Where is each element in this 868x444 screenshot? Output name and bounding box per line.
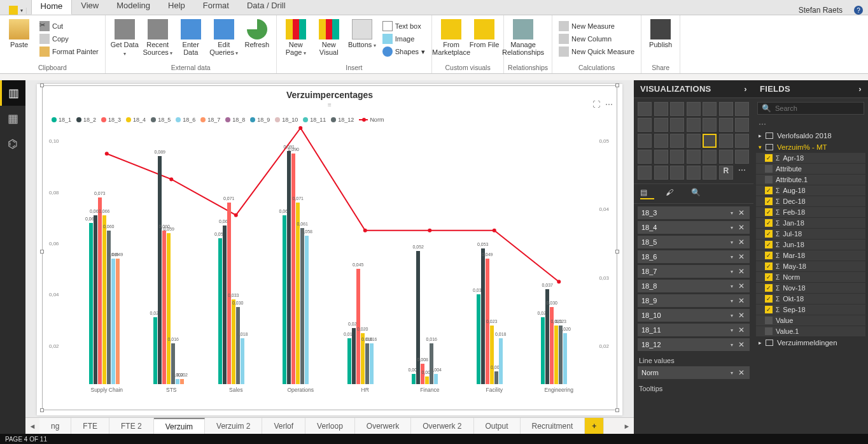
page-tab[interactable]: Verzuim 2 <box>205 418 262 434</box>
bar[interactable]: 0,057 <box>218 238 222 384</box>
field-row[interactable]: ✓ΣNorm <box>756 272 865 282</box>
viz-type-icon[interactable] <box>654 118 668 132</box>
field-checkbox[interactable]: ✓ <box>765 176 773 183</box>
field-row[interactable]: ✓ΣJul-18 <box>756 229 865 239</box>
page-tab[interactable]: Verloop <box>305 418 355 434</box>
viz-type-icon[interactable] <box>687 102 701 116</box>
field-row[interactable]: ✓ΣDec-18 <box>756 196 865 206</box>
bar[interactable]: 0,073 <box>98 197 102 384</box>
bar[interactable]: 0,033 <box>232 299 235 384</box>
bar[interactable]: 0,023 <box>490 326 494 384</box>
bar[interactable]: 0,023 <box>559 326 563 384</box>
bar[interactable]: 0,071 <box>296 203 300 384</box>
page-tab[interactable]: Verzuim <box>154 418 205 434</box>
viz-type-icon[interactable] <box>687 134 701 148</box>
paste-button[interactable]: Paste <box>4 17 34 48</box>
legend-item[interactable]: 18_3 <box>101 117 121 123</box>
bar[interactable]: 0,018 <box>347 338 351 384</box>
viz-type-icon[interactable] <box>670 166 684 180</box>
recent-sources-button[interactable]: Recent Sources ▾ <box>143 17 173 57</box>
page-tab[interactable]: Output <box>474 418 521 434</box>
qat-dropdown-icon[interactable]: ▾ <box>20 8 23 13</box>
bar[interactable]: 0,022 <box>352 328 356 384</box>
field-row[interactable]: ✓ΣMay-18 <box>756 261 865 271</box>
field-checkbox[interactable]: ✓ <box>765 241 773 248</box>
legend-item[interactable]: 18_10 <box>275 117 298 123</box>
bar[interactable]: 0,016 <box>171 343 175 384</box>
ribbon-tab-help[interactable]: Help <box>159 0 194 15</box>
table-row[interactable]: ▸Verlofsaldo 2018 <box>756 130 865 141</box>
page-tab[interactable]: Overwerk 2 <box>411 418 473 434</box>
bar[interactable]: 0,020 <box>563 333 567 384</box>
field-well-item[interactable]: 18_9▾✕ <box>638 294 750 307</box>
drag-handle-icon[interactable]: ⋯ <box>753 118 868 130</box>
viz-type-icon[interactable] <box>703 118 717 132</box>
bar[interactable]: 0,061 <box>300 228 304 384</box>
bar[interactable]: 0,062 <box>223 226 227 384</box>
viz-type-icon[interactable] <box>719 150 733 164</box>
field-checkbox[interactable]: ✓ <box>765 197 773 205</box>
legend-item[interactable]: 18_8 <box>225 117 245 123</box>
ribbon-tab-modeling[interactable]: Modeling <box>108 0 159 15</box>
legend-item[interactable]: 18_2 <box>76 117 96 123</box>
bar[interactable]: 0,002 <box>180 379 184 384</box>
field-checkbox[interactable]: ✓ <box>765 208 773 216</box>
viz-type-icon[interactable] <box>670 150 684 164</box>
remove-field-icon[interactable]: ✕ <box>737 368 746 377</box>
table-row[interactable]: ▸Verzuimmeldingen <box>756 337 865 348</box>
new-quick-measure-button[interactable]: New Quick Measure <box>556 46 637 57</box>
collapse-icon[interactable]: › <box>744 84 747 94</box>
data-view-button[interactable]: ▦ <box>0 106 25 131</box>
field-checkbox[interactable]: ✓ <box>765 295 773 303</box>
bar[interactable]: 0,016 <box>370 343 374 384</box>
page-tab[interactable]: ng <box>39 418 71 434</box>
help-icon[interactable]: ? <box>854 6 863 15</box>
field-row[interactable]: ✓ΣAug-18 <box>756 185 865 196</box>
refresh-button[interactable]: Refresh <box>242 17 272 48</box>
page-tab[interactable]: Verlof <box>262 418 305 434</box>
field-checkbox[interactable]: ✓ <box>765 273 773 281</box>
bar[interactable]: 0,049 <box>111 259 115 384</box>
remove-field-icon[interactable]: ✕ <box>737 238 746 247</box>
user-name[interactable]: Stefan Raets <box>799 6 854 15</box>
page-tab[interactable]: Overwerk <box>355 418 411 434</box>
field-checkbox[interactable]: ✓ <box>765 154 773 162</box>
remove-field-icon[interactable]: ✕ <box>737 252 746 261</box>
table-row[interactable]: ▾Verzuim% - MT <box>756 141 865 153</box>
field-well-item[interactable]: 18_10▾✕ <box>638 309 750 322</box>
remove-field-icon[interactable]: ✕ <box>737 282 746 290</box>
new-page-button[interactable]: New Page ▾ <box>281 17 311 57</box>
ribbon-tab-home[interactable]: Home <box>31 0 73 15</box>
add-page-button[interactable]: + <box>585 418 604 434</box>
model-view-button[interactable]: ⌬ <box>0 131 25 157</box>
field-row[interactable]: ✓Value.1 <box>756 326 865 336</box>
field-row[interactable]: ✓ΣSep-18 <box>756 304 865 315</box>
viz-type-icon[interactable] <box>654 134 668 148</box>
focus-mode-icon[interactable]: ⛶ <box>592 100 600 109</box>
bar[interactable]: 0,060 <box>162 231 166 384</box>
bar[interactable]: 0,059 <box>167 233 171 384</box>
viz-type-icon[interactable] <box>638 102 652 116</box>
remove-field-icon[interactable]: ✕ <box>737 340 746 349</box>
new-measure-button[interactable]: New Measure <box>556 20 637 32</box>
page-tab[interactable]: FTE <box>71 418 109 434</box>
bar[interactable]: 0,026 <box>153 317 157 384</box>
publish-button[interactable]: Publish <box>645 17 676 48</box>
bar[interactable]: 0,016 <box>430 343 433 384</box>
viz-type-icon[interactable] <box>654 150 668 164</box>
tab-scroll-right[interactable]: ► <box>620 418 634 434</box>
field-checkbox[interactable]: ✓ <box>765 262 773 270</box>
legend-item[interactable]: 18_4 <box>126 117 146 123</box>
field-row[interactable]: ✓ΣApr-18 <box>756 153 865 163</box>
field-well-item[interactable]: 18_12▾✕ <box>638 338 750 351</box>
page-tab[interactable]: FTE 2 <box>109 418 154 434</box>
viz-type-icon[interactable] <box>735 150 749 164</box>
viz-type-icon[interactable] <box>654 166 668 180</box>
viz-type-icon[interactable] <box>735 134 749 148</box>
bar[interactable]: 0,030 <box>236 307 240 384</box>
ribbon-tab-format[interactable]: Format <box>194 0 238 15</box>
field-checkbox[interactable]: ✓ <box>765 219 773 227</box>
viz-type-icon[interactable] <box>638 134 652 148</box>
field-row[interactable]: ✓ΣFeb-18 <box>756 207 865 217</box>
legend-item[interactable]: 18_1 <box>52 117 71 123</box>
